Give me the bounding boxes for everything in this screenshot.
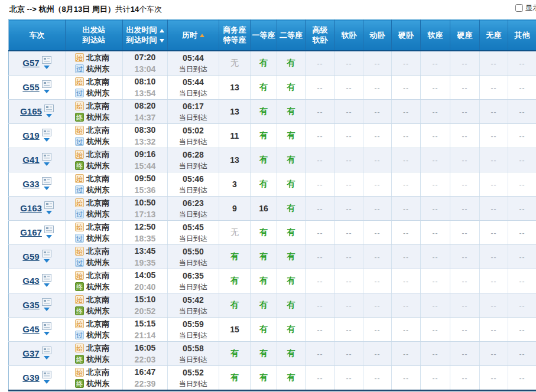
- seat-value: --: [519, 374, 525, 383]
- train-code-link[interactable]: G37: [22, 348, 39, 358]
- from-station: 北京南: [86, 246, 109, 257]
- col-header-deluxe_sleeper: 高级软卧: [306, 20, 335, 51]
- train-cell: G33: [9, 172, 66, 196]
- seat-cell-other: --: [508, 172, 536, 196]
- seat-value: --: [375, 374, 381, 383]
- train-row: G167 始北京南 过杭州东 12:50 18:35 05:45 当日到达: [9, 220, 536, 244]
- expand-arrow-icon[interactable]: [44, 332, 50, 335]
- seat-value: 13: [230, 155, 239, 165]
- seat-value: --: [375, 156, 381, 165]
- train-table-body: G57 始北京南 过杭州东 07:20 13:04 05:44 当日到达: [9, 51, 536, 391]
- train-detail-card-icon[interactable]: [42, 56, 51, 64]
- to-station: 杭州东: [86, 112, 109, 123]
- seat-value: 有: [230, 276, 239, 285]
- train-code-link[interactable]: G167: [20, 227, 42, 237]
- expand-arrow-icon[interactable]: [46, 235, 52, 239]
- train-detail-card-icon[interactable]: [42, 153, 51, 161]
- depart-time: 15:15: [123, 318, 167, 329]
- seat-cell-other: --: [508, 148, 536, 172]
- expand-arrow-icon[interactable]: [44, 162, 50, 166]
- expand-arrow-icon[interactable]: [44, 380, 50, 384]
- seat-cell-first: 有: [251, 317, 277, 341]
- seat-cell-business: 13: [219, 75, 251, 99]
- train-detail-card-icon[interactable]: [42, 250, 51, 257]
- expand-arrow-icon[interactable]: [44, 283, 50, 287]
- train-cell: G163: [9, 196, 66, 220]
- train-detail-card-icon[interactable]: [42, 371, 51, 378]
- expand-arrow-icon[interactable]: [44, 259, 50, 263]
- seat-value: --: [346, 374, 352, 383]
- train-code-link[interactable]: G59: [22, 251, 39, 262]
- seat-value: --: [403, 302, 409, 310]
- train-detail-card-icon[interactable]: [42, 298, 51, 306]
- terminal-station-badge: 终: [75, 161, 84, 170]
- train-code-link[interactable]: G165: [20, 106, 42, 116]
- seat-value: 无: [230, 58, 239, 67]
- same-day-note: 当日到达: [168, 378, 219, 389]
- train-detail-card-icon[interactable]: [44, 201, 54, 209]
- train-detail-card-icon[interactable]: [44, 104, 54, 112]
- stations-cell: 始北京南 过杭州东: [66, 123, 123, 148]
- train-row: G165 始北京南 终杭州东 08:20 14:37 06:17 当日到达: [9, 99, 536, 123]
- expand-arrow-icon[interactable]: [44, 356, 50, 360]
- expand-arrow-icon[interactable]: [44, 308, 50, 311]
- stations-cell: 始北京南 终杭州东: [66, 99, 123, 123]
- show-checkbox[interactable]: [515, 4, 523, 12]
- train-detail-card-icon[interactable]: [42, 80, 51, 88]
- train-detail-card-icon[interactable]: [42, 347, 51, 354]
- seat-value: 13: [230, 83, 239, 92]
- expand-arrow-icon[interactable]: [44, 90, 50, 93]
- times-cell: 15:15 21:14: [123, 317, 168, 341]
- seat-cell-soft_sleeper: --: [335, 75, 363, 99]
- seat-cell-other: --: [508, 293, 536, 317]
- arrive-time: 13:04: [123, 63, 167, 75]
- train-code-link[interactable]: G57: [22, 58, 39, 68]
- seat-value: --: [491, 374, 497, 383]
- expand-arrow-icon[interactable]: [44, 187, 50, 190]
- start-station-badge: 始: [75, 102, 84, 110]
- expand-arrow-icon[interactable]: [44, 138, 50, 142]
- train-detail-card-icon[interactable]: [42, 274, 51, 282]
- col-header-times[interactable]: 出发时间到达时间: [123, 20, 168, 51]
- col-header-emu_sleeper: 动卧: [363, 20, 392, 51]
- train-code-link[interactable]: G35: [22, 300, 39, 310]
- col-header-duration[interactable]: 历时: [168, 20, 219, 51]
- duration: 05:02: [168, 125, 219, 136]
- seat-value: --: [519, 277, 525, 286]
- train-detail-card-icon[interactable]: [44, 226, 54, 233]
- seat-cell-second: 有: [277, 269, 306, 293]
- train-code-link[interactable]: G43: [22, 276, 39, 286]
- seat-value: 11: [230, 131, 239, 141]
- train-code-link[interactable]: G33: [22, 179, 39, 189]
- train-code-link[interactable]: G19: [22, 130, 39, 141]
- train-detail-card-icon[interactable]: [42, 177, 51, 185]
- duration: 05:58: [168, 342, 219, 354]
- seat-value: --: [433, 156, 438, 165]
- seat-value: --: [491, 181, 497, 189]
- times-cell: 07:20 13:04: [123, 51, 168, 76]
- train-row: G43 始北京南 终杭州东 14:05 20:40 06:35 当日到达: [9, 269, 536, 293]
- seat-value: --: [346, 277, 352, 286]
- duration: 05:46: [168, 173, 219, 185]
- seat-cell-emu_sleeper: --: [363, 123, 392, 148]
- seat-value: --: [346, 84, 352, 92]
- train-code-link[interactable]: G41: [22, 155, 39, 165]
- train-code-link[interactable]: G55: [22, 82, 39, 92]
- train-detail-card-icon[interactable]: [42, 322, 51, 330]
- seat-cell-second: 有: [277, 51, 306, 76]
- start-station-badge: 始: [75, 198, 84, 207]
- train-code-link[interactable]: G163: [20, 203, 42, 213]
- expand-arrow-icon[interactable]: [46, 211, 52, 214]
- seat-value: --: [519, 326, 525, 334]
- duration: 05:59: [168, 318, 219, 330]
- train-detail-card-icon[interactable]: [42, 129, 51, 136]
- seat-value: --: [346, 229, 352, 237]
- show-toggle[interactable]: 显示: [515, 3, 536, 13]
- route-and-date: 北京 --> 杭州（8月13日 周日）: [9, 5, 115, 14]
- train-code-link[interactable]: G39: [22, 373, 39, 383]
- expand-arrow-icon[interactable]: [46, 114, 52, 117]
- depart-time: 08:30: [123, 124, 167, 136]
- train-code-link[interactable]: G45: [22, 324, 39, 334]
- stations-cell: 始北京南 过杭州东: [66, 75, 123, 99]
- expand-arrow-icon[interactable]: [44, 66, 50, 69]
